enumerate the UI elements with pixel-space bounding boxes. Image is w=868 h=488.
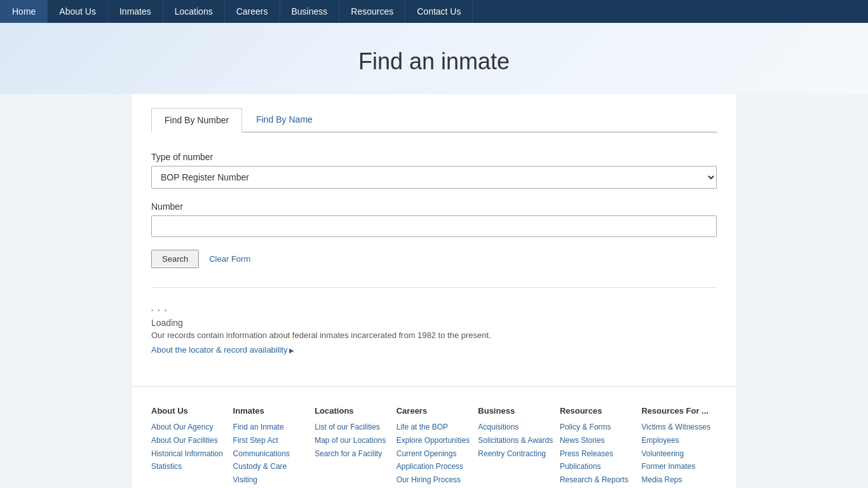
footer-col-2: LocationsList of our FacilitiesMap of ou… xyxy=(315,406,390,488)
footer-link[interactable]: About Our Facilities xyxy=(151,435,227,446)
footer-col-5: ResourcesPolicy & FormsNews StoriesPress… xyxy=(560,406,635,488)
number-type-select[interactable]: BOP Register NumberFBI NumberINS NumberD… xyxy=(151,166,717,189)
footer-link[interactable]: Reentry Contracting xyxy=(478,449,553,459)
footer-link[interactable]: Acquisitions xyxy=(478,422,553,433)
footer-link[interactable]: Publications xyxy=(560,461,635,472)
footer-link[interactable]: Victims & Witnesses xyxy=(641,422,717,433)
footer-col-heading-6: Resources For ... xyxy=(641,406,717,416)
footer-link[interactable]: Map of our Locations xyxy=(315,435,390,446)
footer-link[interactable]: Statistics xyxy=(151,461,227,472)
loading-section: • • • Loading Our records contain inform… xyxy=(151,294,717,361)
nav-item-business[interactable]: Business xyxy=(280,0,340,23)
footer-link[interactable]: Communications xyxy=(233,449,309,459)
clear-form-button[interactable]: Clear Form xyxy=(209,254,250,264)
footer-col-heading-3: Careers xyxy=(397,406,472,416)
footer-col-heading-2: Locations xyxy=(315,406,390,416)
footer-columns: About UsAbout Our AgencyAbout Our Facili… xyxy=(151,406,717,488)
locator-availability-link[interactable]: About the locator & record availability xyxy=(151,345,294,355)
footer-link[interactable]: Visiting xyxy=(233,475,309,485)
footer-link[interactable]: Former Inmates xyxy=(641,461,717,472)
footer-col-heading-1: Inmates xyxy=(233,406,309,416)
footer-link[interactable]: Search for a Facility xyxy=(315,449,390,459)
nav-item-careers[interactable]: Careers xyxy=(225,0,280,23)
number-group: Number xyxy=(151,201,717,237)
footer-link[interactable]: Application Process xyxy=(397,461,472,472)
search-form: Type of number BOP Register NumberFBI Nu… xyxy=(151,152,717,281)
type-of-number-group: Type of number BOP Register NumberFBI Nu… xyxy=(151,152,717,189)
hero-section: Find an inmate xyxy=(0,23,868,94)
nav-item-about[interactable]: About Us xyxy=(48,0,108,23)
footer-link[interactable]: Historical Information xyxy=(151,449,227,459)
footer-link[interactable]: First Step Act xyxy=(233,435,309,446)
footer-col-0: About UsAbout Our AgencyAbout Our Facili… xyxy=(151,406,227,488)
footer-link[interactable]: Custody & Care xyxy=(233,461,309,472)
nav-item-resources[interactable]: Resources xyxy=(339,0,405,23)
footer-link[interactable]: Employees xyxy=(641,435,717,446)
footer-link[interactable]: Research & Reports xyxy=(560,475,635,485)
footer-col-1: InmatesFind an InmateFirst Step ActCommu… xyxy=(233,406,309,488)
number-label: Number xyxy=(151,201,717,212)
footer-col-heading-0: About Us xyxy=(151,406,227,416)
loading-status: Loading xyxy=(151,318,717,328)
footer-link[interactable]: Explore Opportunities xyxy=(397,435,472,446)
footer-link[interactable]: Find an Inmate xyxy=(233,422,309,433)
footer-link[interactable]: Solicitations & Awards xyxy=(478,435,553,446)
footer-link[interactable]: Media Reps xyxy=(641,475,717,485)
page-title: Find an inmate xyxy=(0,48,868,75)
footer-link[interactable]: Current Openings xyxy=(397,449,472,459)
footer-link[interactable]: Our Hiring Process xyxy=(397,475,472,485)
footer-links: About UsAbout Our AgencyAbout Our Facili… xyxy=(132,386,736,488)
footer-link[interactable]: List of our Facilities xyxy=(315,422,390,433)
loading-description: Our records contain information about fe… xyxy=(151,330,717,340)
footer-link[interactable]: Press Releases xyxy=(560,449,635,459)
footer-link[interactable]: Policy & Forms xyxy=(560,422,635,433)
footer-col-3: CareersLife at the BOPExplore Opportunit… xyxy=(397,406,472,488)
search-tabs: Find By Number Find By Name xyxy=(151,107,717,133)
footer-link[interactable]: Life at the BOP xyxy=(397,422,472,433)
tab-find-by-number[interactable]: Find By Number xyxy=(151,108,242,133)
footer-link[interactable]: About Our Agency xyxy=(151,422,227,433)
footer-col-heading-4: Business xyxy=(478,406,553,416)
loading-dots: • • • xyxy=(151,307,717,314)
number-input[interactable] xyxy=(151,215,717,237)
footer-col-6: Resources For ...Victims & WitnessesEmpl… xyxy=(641,406,717,488)
nav-item-home[interactable]: Home xyxy=(0,0,48,23)
form-buttons: Search Clear Form xyxy=(151,250,717,268)
tab-find-by-name[interactable]: Find By Name xyxy=(243,108,325,133)
footer-col-4: BusinessAcquisitionsSolicitations & Awar… xyxy=(478,406,553,488)
footer-link[interactable]: News Stories xyxy=(560,435,635,446)
search-button[interactable]: Search xyxy=(151,250,199,268)
main-nav: HomeAbout UsInmatesLocationsCareersBusin… xyxy=(0,0,868,23)
nav-item-inmates[interactable]: Inmates xyxy=(108,0,163,23)
type-of-number-label: Type of number xyxy=(151,152,717,162)
nav-item-locations[interactable]: Locations xyxy=(163,0,225,23)
nav-item-contact[interactable]: Contact Us xyxy=(405,0,473,23)
footer-col-heading-5: Resources xyxy=(560,406,635,416)
footer-link[interactable]: Volunteering xyxy=(641,449,717,459)
